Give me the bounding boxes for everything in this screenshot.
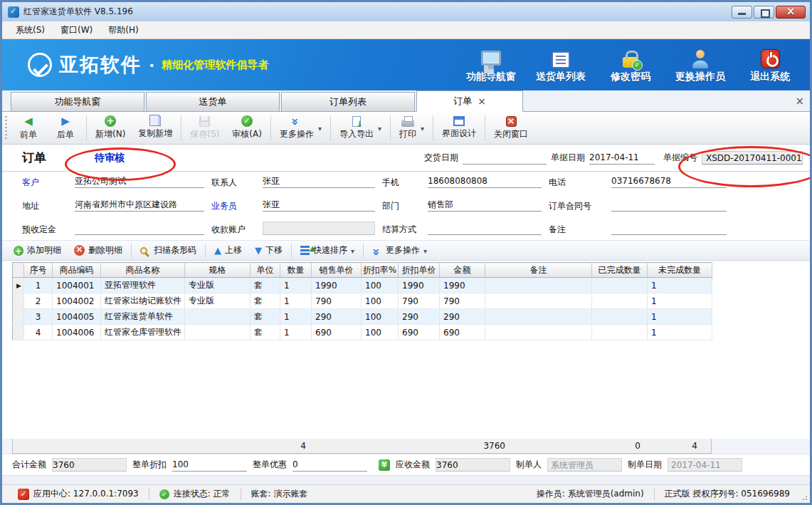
grid-row-2[interactable]: 2 1004002 红管家出纳记账软件 专业版 套 1 790 100 790 … <box>13 293 712 309</box>
scan-barcode-button[interactable]: 扫描条形码 <box>135 242 202 259</box>
grid-header-row: 序号 商品编码 商品名称 规格 单位 数量 销售单价 折扣率% 折扣单价 金额 … <box>13 263 712 278</box>
import-export-icon <box>352 116 361 127</box>
col-code[interactable]: 商品编码 <box>53 263 101 278</box>
row-selector[interactable] <box>13 309 24 325</box>
list-icon <box>552 51 570 68</box>
connection-ok-icon <box>159 489 169 499</box>
col-seq[interactable]: 序号 <box>24 263 53 278</box>
salesman-field[interactable]: 张亚 <box>263 198 375 212</box>
more-actions-button[interactable]: 更多操作 <box>273 114 328 142</box>
prev-doc-button[interactable]: 前单 <box>10 113 47 142</box>
print-button[interactable]: 打印 <box>393 115 431 142</box>
resize-grip[interactable] <box>801 494 808 501</box>
receiving-account-label: 收款账户 <box>211 224 255 236</box>
new-button[interactable]: 新增(N) <box>89 114 132 142</box>
tab-order-list[interactable]: 订单列表 <box>281 92 415 111</box>
add-detail-button[interactable]: 添加明细 <box>8 242 67 259</box>
receivable-field: 3760 <box>436 458 510 472</box>
switch-operator-button[interactable]: 更换操作员 <box>670 47 730 83</box>
next-doc-button[interactable]: 后单 <box>47 113 84 142</box>
summary-undone-qty: 4 <box>646 441 703 451</box>
move-down-button[interactable]: 下移 <box>249 242 288 259</box>
col-discount-rate[interactable]: 折扣率% <box>362 263 399 278</box>
col-done-qty[interactable]: 已完成数量 <box>592 263 648 278</box>
menu-window[interactable]: 窗口(W) <box>54 22 99 38</box>
whole-reduction-label: 整单优惠 <box>253 459 287 471</box>
more-detail-actions-button[interactable]: 更多操作 <box>367 242 433 259</box>
delete-detail-button[interactable]: 删除明细 <box>68 242 128 259</box>
tabstrip-close-icon[interactable] <box>795 95 804 108</box>
import-export-button[interactable]: 导入导出 <box>333 115 388 142</box>
move-up-button[interactable]: 上移 <box>209 242 248 259</box>
audit-button[interactable]: 审核(A) <box>226 114 268 142</box>
dropdown-arrow-icon <box>378 123 381 133</box>
brand-name: 亚拓软件 <box>59 52 142 78</box>
detail-toolbar: 添加明细 删除明细 扫描条形码 上移 下移 快速排序 更多操作 <box>2 241 810 261</box>
status-bar: 应用中心: 127.0.0.1:7093 连接状态: 正常 账套: 演示账套 操… <box>2 484 810 503</box>
doc-date-field[interactable]: 2017-04-11 <box>589 151 655 165</box>
total-amount-label: 合计金额 <box>12 459 46 471</box>
row-selector[interactable] <box>13 293 24 309</box>
col-spec[interactable]: 规格 <box>185 263 251 278</box>
status-connection: 连接状态: 正常 <box>149 488 241 500</box>
col-qty[interactable]: 数量 <box>280 263 312 278</box>
tab-close-icon[interactable] <box>478 95 486 107</box>
tab-delivery-order[interactable]: 送货单 <box>146 92 280 111</box>
remark-field[interactable] <box>611 222 727 235</box>
nav-window-button[interactable]: 功能导航窗 <box>461 47 521 83</box>
ui-design-button[interactable]: 界面设计 <box>436 115 483 141</box>
grid-row-1[interactable]: 1 1004001 亚拓管理软件 专业版 套 1 1990 100 1990 1… <box>13 278 712 293</box>
col-remark[interactable]: 备注 <box>485 263 592 278</box>
salesman-label[interactable]: 业务员 <box>211 200 255 212</box>
window-design-icon <box>453 116 465 126</box>
menu-help[interactable]: 帮助(H) <box>102 22 144 38</box>
department-field[interactable]: 销售部 <box>428 198 542 212</box>
department-label: 部门 <box>382 200 421 212</box>
mobile-field[interactable]: 18608080808 <box>428 175 542 188</box>
restore-button[interactable] <box>754 6 774 19</box>
col-discount-price[interactable]: 折扣单价 <box>399 263 440 278</box>
close-window-button[interactable] <box>776 6 806 19</box>
menu-system[interactable]: 系统(S) <box>9 22 51 38</box>
status-app-center: 应用中心: 127.0.0.1:7093 <box>8 488 149 500</box>
col-price[interactable]: 销售单价 <box>312 263 362 278</box>
grid-row-3[interactable]: 3 1004005 红管家送货单软件 套 1 290 100 290 290 1 <box>13 309 712 325</box>
phone-field[interactable]: 03716678678 <box>611 175 727 188</box>
tab-function-nav[interactable]: 功能导航窗 <box>11 92 144 111</box>
copy-new-button[interactable]: 复制新增 <box>132 115 179 141</box>
arrow-right-icon <box>61 115 70 127</box>
deposit-field[interactable] <box>75 222 204 235</box>
receivable-label: 应收金额 <box>396 459 430 471</box>
contact-field[interactable]: 张亚 <box>263 175 375 188</box>
close-tab-button[interactable]: 关闭窗口 <box>487 115 534 142</box>
delivery-date-field[interactable] <box>463 151 547 165</box>
settlement-field[interactable] <box>428 222 542 235</box>
copy-icon <box>152 116 161 126</box>
minimize-button[interactable] <box>732 6 752 19</box>
col-name[interactable]: 商品名称 <box>101 263 185 278</box>
customer-field[interactable]: 亚拓公司测试 <box>75 175 204 188</box>
app-center-icon <box>18 489 29 500</box>
whole-reduction-field[interactable]: 0 <box>292 458 367 472</box>
quick-sort-button[interactable]: 快速排序 <box>295 242 360 259</box>
save-button[interactable]: 保存(S) <box>184 115 226 142</box>
change-password-button[interactable]: 修改密码 <box>601 47 660 83</box>
address-field[interactable]: 河南省郑州市中原区建设路 <box>75 198 204 212</box>
status-account-set: 账套: 演示账套 <box>241 488 318 500</box>
order-form: 客户 亚拓公司测试 联系人 张亚 手机 18608080808 电话 03716… <box>2 172 810 241</box>
grid-row-4[interactable]: 4 1004006 红管家仓库管理软件 套 1 690 100 690 690 … <box>13 325 712 340</box>
grid-summary-row: 4 3760 0 4 <box>12 439 712 454</box>
whole-discount-field[interactable]: 100 <box>172 458 247 472</box>
col-undone-qty[interactable]: 未完成数量 <box>648 263 712 278</box>
row-selector[interactable] <box>13 325 24 340</box>
customer-label[interactable]: 客户 <box>22 177 68 189</box>
user-icon <box>691 50 710 68</box>
row-selector[interactable] <box>13 278 24 293</box>
doc-no-field: XSDD-20170411-0001 <box>702 151 803 165</box>
col-unit[interactable]: 单位 <box>251 263 280 278</box>
delivery-list-button[interactable]: 送货单列表 <box>531 47 591 83</box>
contract-no-field[interactable] <box>611 198 727 212</box>
exit-system-button[interactable]: 退出系统 <box>740 47 800 83</box>
col-amount[interactable]: 金额 <box>440 263 485 278</box>
tab-order[interactable]: 订单 <box>416 90 523 112</box>
